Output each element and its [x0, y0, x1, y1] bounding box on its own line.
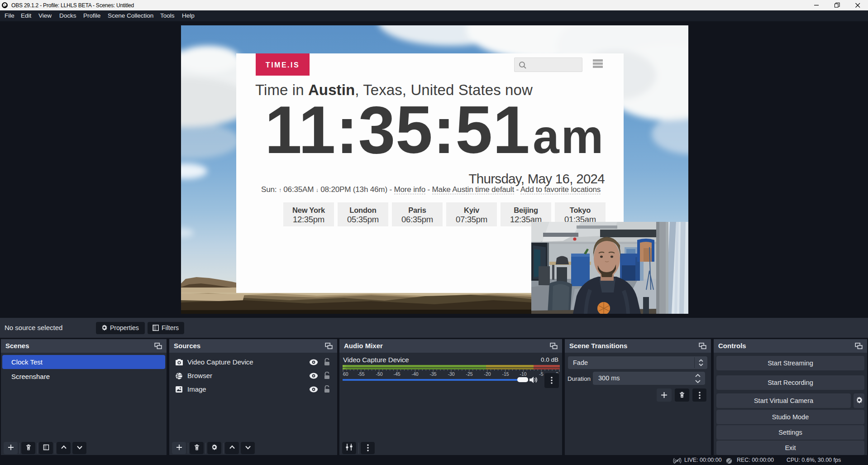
svg-text:-15: -15	[502, 371, 509, 377]
svg-text:-40: -40	[411, 371, 418, 377]
svg-text:-10: -10	[520, 371, 526, 377]
svg-text:-5: -5	[539, 371, 543, 377]
svg-text:-20: -20	[484, 371, 491, 377]
svg-text:-30: -30	[448, 371, 454, 377]
svg-text:-45: -45	[393, 371, 400, 377]
svg-text:-50: -50	[376, 371, 382, 377]
svg-text:-55: -55	[358, 371, 364, 377]
svg-text:-35: -35	[429, 371, 436, 377]
svg-text:-60: -60	[343, 371, 348, 377]
svg-text:-25: -25	[466, 371, 472, 377]
